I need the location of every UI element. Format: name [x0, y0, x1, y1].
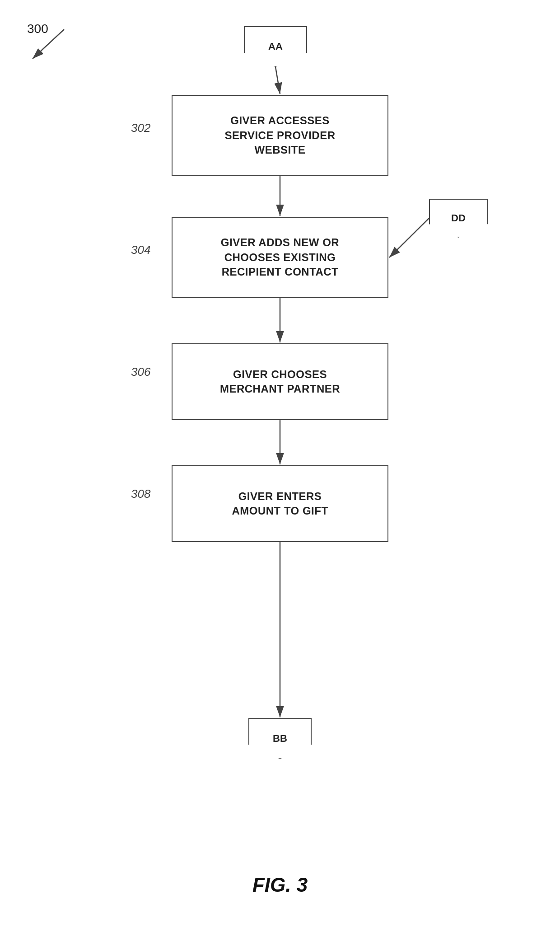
- step-306-box: GIVER CHOOSESMERCHANT PARTNER: [172, 343, 388, 420]
- connector-aa: AA: [244, 26, 307, 67]
- step-label-304: 304: [131, 243, 150, 257]
- svg-line-1: [275, 67, 280, 94]
- step-label-308: 308: [131, 487, 150, 501]
- diagram-container: 300 AA 302 GIVER ACCESSESSERVICE PROVIDE…: [0, 0, 560, 936]
- step-label-306: 306: [131, 365, 150, 379]
- svg-line-7: [33, 29, 64, 59]
- connector-bb: BB: [248, 718, 312, 759]
- figure-title: FIG. 3: [252, 874, 308, 896]
- fig-arrow-indicator: [28, 25, 69, 66]
- step-302-box: GIVER ACCESSESSERVICE PROVIDERWEBSITE: [172, 95, 388, 176]
- connector-dd: DD: [429, 199, 488, 238]
- step-304-box: GIVER ADDS NEW ORCHOOSES EXISTINGRECIPIE…: [172, 217, 388, 298]
- step-label-302: 302: [131, 121, 150, 135]
- step-308-box: GIVER ENTERSAMOUNT TO GIFT: [172, 465, 388, 542]
- svg-line-6: [389, 218, 429, 257]
